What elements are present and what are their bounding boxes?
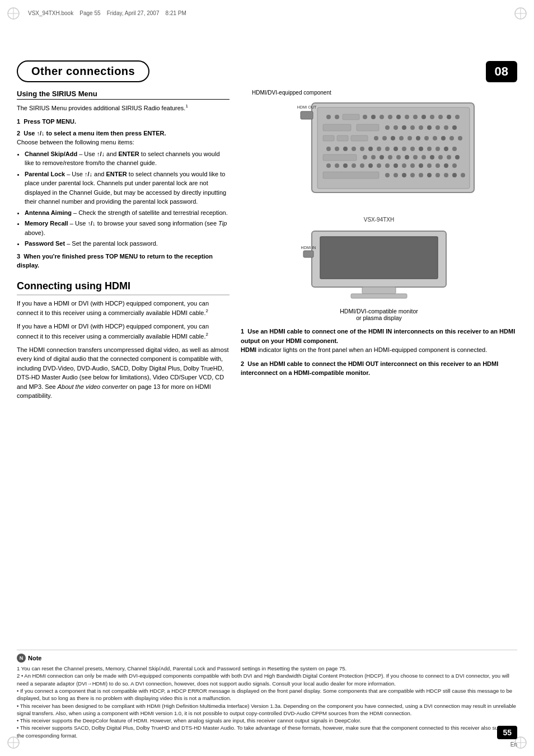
monitor-diagram: HDMI IN [301, 228, 457, 307]
svg-point-24 [421, 115, 426, 119]
svg-point-74 [388, 155, 392, 159]
svg-rect-29 [323, 124, 351, 131]
svg-point-71 [363, 155, 367, 159]
svg-point-32 [394, 125, 398, 130]
note-header: N Note [17, 654, 517, 663]
hdmi-intro3: The HDMI connection transfers uncompress… [17, 345, 229, 401]
notes-section: N Note 1 You can reset the Channel prese… [17, 650, 517, 739]
svg-rect-117 [303, 251, 313, 257]
svg-point-47 [407, 136, 412, 140]
hdmi-section-title: Connecting using HDMI [17, 280, 229, 295]
sirius-bullet-list: Channel Skip/Add – Use ↑/↓ and ENTER to … [25, 149, 229, 248]
svg-point-56 [343, 147, 348, 151]
svg-point-45 [391, 136, 395, 140]
sirius-step2-arrows: ↑/↓ [36, 130, 44, 137]
svg-point-33 [402, 125, 406, 130]
svg-point-64 [410, 147, 415, 151]
hdmi-section: Connecting using HDMI If you have a HDMI… [17, 280, 229, 401]
main-content: Using the SIRIUS Menu The SIRIUS Menu pr… [17, 90, 517, 711]
svg-point-35 [419, 125, 423, 130]
model-label: VSX-94TXH [364, 217, 394, 223]
svg-rect-16 [343, 114, 359, 120]
svg-point-104 [419, 173, 423, 177]
svg-point-46 [399, 136, 404, 140]
left-column: Using the SIRIUS Menu The SIRIUS Menu pr… [17, 90, 229, 711]
svg-rect-40 [323, 135, 334, 141]
svg-point-107 [444, 173, 448, 177]
svg-point-77 [413, 155, 418, 159]
svg-point-25 [430, 115, 434, 119]
note-text-4: • This receiver has been designed to be … [17, 702, 517, 717]
svg-point-75 [396, 155, 401, 159]
svg-point-51 [441, 136, 446, 140]
svg-point-54 [326, 147, 331, 151]
svg-point-90 [385, 163, 390, 168]
svg-point-88 [368, 163, 373, 168]
svg-point-91 [394, 163, 398, 168]
svg-point-105 [427, 173, 432, 177]
svg-point-17 [363, 115, 367, 119]
svg-point-78 [421, 155, 426, 159]
svg-point-37 [435, 125, 440, 130]
svg-point-96 [435, 163, 440, 168]
svg-point-26 [438, 115, 443, 119]
svg-point-44 [382, 136, 387, 140]
svg-point-15 [335, 115, 339, 119]
svg-rect-41 [337, 135, 348, 141]
svg-point-59 [368, 147, 373, 151]
svg-point-94 [419, 163, 423, 168]
svg-point-85 [343, 163, 348, 168]
svg-point-53 [458, 136, 462, 140]
svg-point-100 [385, 173, 390, 177]
monitor-label: HDMI/DVI-compatible monitoror plasma dis… [340, 308, 418, 321]
svg-rect-99 [323, 172, 379, 179]
svg-point-36 [427, 125, 432, 130]
note-label: Note [28, 655, 41, 661]
svg-rect-114 [320, 237, 438, 279]
svg-point-106 [435, 173, 440, 177]
page-number: 55 [497, 726, 517, 739]
note-text-6: • This receiver supports SACD, Dolby Dig… [17, 724, 517, 739]
svg-point-34 [410, 125, 415, 130]
chapter-title: Other connections [17, 60, 149, 82]
meta-day: Friday, April 27, 2007 [107, 10, 160, 16]
svg-rect-110 [301, 111, 313, 119]
sirius-step2-sub: Choose between the following menu items: [17, 139, 134, 145]
bullet-channel-skip: Channel Skip/Add – Use ↑/↓ and ENTER to … [25, 149, 229, 168]
hdmi-intro1-sup: 2 [205, 308, 208, 313]
svg-point-93 [410, 163, 415, 168]
instruction-step-2: 2 Use an HDMI cable to connect the HDMI … [241, 359, 517, 378]
svg-point-83 [326, 163, 331, 168]
note-text-3: • If you connect a component that is not… [17, 687, 517, 702]
svg-point-43 [374, 136, 378, 140]
sirius-step2-suffix: to select a menu item then press ENTER. [45, 130, 166, 137]
svg-point-80 [438, 155, 443, 159]
svg-point-63 [402, 147, 406, 151]
sirius-step3: 3 When you're finished press TOP MENU to… [17, 252, 229, 270]
svg-point-76 [405, 155, 409, 159]
meta-filename: VSX_94TXH.book [28, 10, 73, 16]
svg-point-102 [402, 173, 406, 177]
svg-point-103 [410, 173, 415, 177]
svg-point-21 [396, 115, 401, 119]
svg-text:HDMI IN: HDMI IN [301, 246, 316, 250]
sirius-step2: 2 Use ↑/↓ to select a menu item then pre… [17, 129, 229, 147]
svg-point-19 [380, 115, 384, 119]
svg-point-38 [444, 125, 448, 130]
svg-point-48 [416, 136, 420, 140]
meta-time: 8:21 PM [166, 10, 186, 16]
svg-point-61 [385, 147, 390, 151]
svg-rect-42 [351, 135, 368, 141]
note-text-5: • This receiver supports the DeepColor f… [17, 717, 517, 724]
svg-point-66 [427, 147, 432, 151]
bullet-parental-lock: Parental Lock – Use ↑/↓ and ENTER to sel… [25, 170, 229, 206]
svg-point-109 [461, 173, 465, 177]
svg-point-22 [405, 115, 409, 119]
hdmi-intro1: If you have a HDMI or DVI (with HDCP) eq… [17, 299, 229, 318]
svg-point-31 [385, 125, 390, 130]
svg-point-73 [380, 155, 384, 159]
svg-point-18 [371, 115, 376, 119]
chapter-number: 08 [486, 61, 517, 82]
svg-point-82 [455, 155, 460, 159]
instruction-step-1: 1 Use an HDMI cable to connect one of th… [241, 327, 517, 355]
